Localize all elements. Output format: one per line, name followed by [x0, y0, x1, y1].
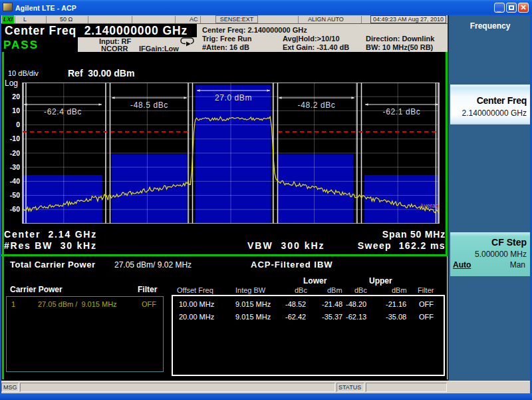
svg-text:-62.4 dBc: -62.4 dBc [44, 107, 82, 116]
svg-text:Average: Average [420, 202, 440, 209]
svg-text:27.0 dBm: 27.0 dBm [215, 93, 252, 102]
svg-text:-62.1 dBc: -62.1 dBc [383, 107, 421, 116]
svg-text:-48.5 dBc: -48.5 dBc [130, 100, 168, 110]
svg-text:-48.2 dBc: -48.2 dBc [298, 100, 336, 110]
